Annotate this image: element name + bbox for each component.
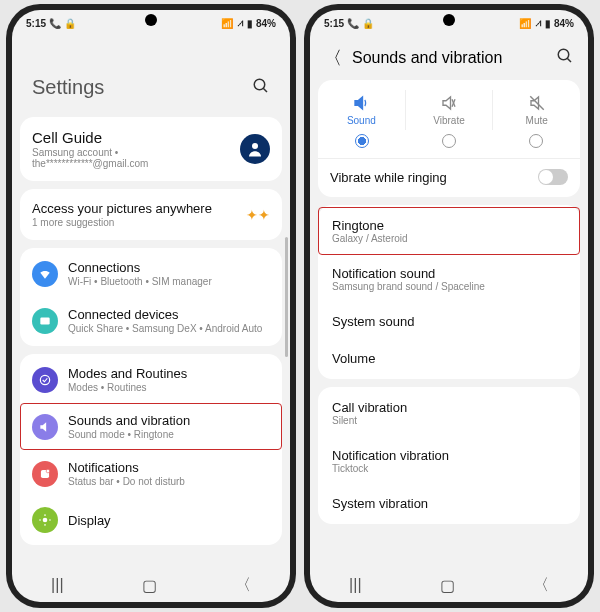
- header: 〈 Sounds and vibration: [310, 36, 588, 80]
- item-sub: Quick Share • Samsung DeX • Android Auto: [68, 323, 270, 334]
- sidebar-item-sounds[interactable]: Sounds and vibration Sound mode • Ringto…: [20, 403, 282, 450]
- sound-mode-radios: [318, 134, 580, 158]
- display-icon: [32, 507, 58, 533]
- search-icon[interactable]: [252, 77, 270, 99]
- svg-point-8: [558, 49, 569, 60]
- sound-icon: [32, 414, 58, 440]
- back-button[interactable]: 〈: [235, 575, 251, 596]
- item-title: Modes and Routines: [68, 366, 270, 381]
- item-sub: Status bar • Do not disturb: [68, 476, 270, 487]
- sidebar-item-connected-devices[interactable]: Connected devices Quick Share • Samsung …: [20, 297, 282, 344]
- vibrate-while-ringing-row[interactable]: Vibrate while ringing: [318, 159, 580, 195]
- scrollbar[interactable]: [285, 237, 288, 437]
- item-title: Display: [68, 513, 270, 528]
- battery-text: 84%: [256, 18, 276, 29]
- row-notification-sound[interactable]: Notification sound Samsung brand sound /…: [318, 255, 580, 303]
- promo-sub: 1 more suggestion: [32, 217, 236, 228]
- signal-icon: ▮: [545, 18, 551, 29]
- svg-line-1: [263, 88, 267, 92]
- tab-mute[interactable]: Mute: [493, 90, 580, 130]
- devices-icon: [32, 308, 58, 334]
- radio-sound[interactable]: [355, 134, 369, 148]
- row-sub: Silent: [332, 415, 566, 426]
- row-call-vibration[interactable]: Call vibration Silent: [318, 389, 580, 437]
- vibrate-icon: [440, 94, 458, 112]
- lock-icon: 🔒: [64, 18, 76, 29]
- back-icon[interactable]: 〈: [324, 46, 342, 70]
- row-title: Call vibration: [332, 400, 566, 415]
- sounds-content: Sound Vibrate Mute: [310, 80, 588, 568]
- svg-point-0: [254, 79, 265, 90]
- search-icon[interactable]: [556, 47, 574, 69]
- row-sub: Galaxy / Asteroid: [332, 233, 566, 244]
- account-sub: Samsung account • the************@gmail.…: [32, 147, 230, 169]
- item-sub: Sound mode • Ringtone: [68, 429, 270, 440]
- promo-title: Access your pictures anywhere: [32, 201, 236, 216]
- tab-vibrate[interactable]: Vibrate: [406, 90, 494, 130]
- item-title: Sounds and vibration: [68, 413, 270, 428]
- speaker-icon: [352, 94, 370, 112]
- recents-button[interactable]: |||: [349, 576, 361, 594]
- wifi-icon: 📶: [519, 18, 531, 29]
- tab-sound[interactable]: Sound: [318, 90, 406, 130]
- home-button[interactable]: ▢: [440, 576, 455, 595]
- row-system-vibration[interactable]: System vibration: [318, 485, 580, 522]
- phone-left: 5:15 📞 🔒 📶 ⩘ ▮ 84% Settings: [6, 4, 296, 608]
- toggle-vibrate-ringing[interactable]: [538, 169, 568, 185]
- svg-point-2: [252, 143, 258, 149]
- row-title: System vibration: [332, 496, 566, 511]
- volte-icon: ⩘: [534, 19, 542, 28]
- sidebar-item-notifications[interactable]: Notifications Status bar • Do not distur…: [20, 450, 282, 497]
- svg-line-9: [567, 58, 571, 62]
- row-volume[interactable]: Volume: [318, 340, 580, 377]
- volte-icon: ⩘: [236, 19, 244, 28]
- sidebar-item-display[interactable]: Display: [20, 497, 282, 543]
- back-button[interactable]: 〈: [533, 575, 549, 596]
- radio-vibrate[interactable]: [442, 134, 456, 148]
- svg-point-6: [46, 469, 50, 473]
- item-title: Connected devices: [68, 307, 270, 322]
- row-title: Vibrate while ringing: [330, 170, 528, 185]
- clock: 5:15: [324, 18, 344, 29]
- modes-icon: [32, 367, 58, 393]
- mute-icon: [528, 94, 546, 112]
- call-icon: 📞: [347, 18, 359, 29]
- row-system-sound[interactable]: System sound: [318, 303, 580, 340]
- call-icon: 📞: [49, 18, 61, 29]
- svg-point-7: [43, 518, 48, 523]
- recents-button[interactable]: |||: [51, 576, 63, 594]
- row-title: Notification sound: [332, 266, 566, 281]
- sidebar-item-connections[interactable]: Connections Wi-Fi • Bluetooth • SIM mana…: [20, 250, 282, 297]
- svg-point-4: [40, 375, 49, 384]
- row-notification-vibration[interactable]: Notification vibration Ticktock: [318, 437, 580, 485]
- row-ringtone[interactable]: Ringtone Galaxy / Asteroid: [318, 207, 580, 255]
- tab-label: Vibrate: [433, 115, 465, 126]
- settings-list: Cell Guide Samsung account • the********…: [12, 117, 290, 568]
- nav-bar: ||| ▢ 〈: [12, 568, 290, 602]
- radio-mute[interactable]: [529, 134, 543, 148]
- account-row[interactable]: Cell Guide Samsung account • the********…: [20, 119, 282, 179]
- camera-cutout: [443, 14, 455, 26]
- row-title: Notification vibration: [332, 448, 566, 463]
- sparkle-icon: ✦✦: [246, 207, 270, 223]
- lock-icon: 🔒: [362, 18, 374, 29]
- signal-icon: ▮: [247, 18, 253, 29]
- sidebar-item-modes[interactable]: Modes and Routines Modes • Routines: [20, 356, 282, 403]
- camera-cutout: [145, 14, 157, 26]
- tab-label: Mute: [526, 115, 548, 126]
- item-title: Notifications: [68, 460, 270, 475]
- item-sub: Modes • Routines: [68, 382, 270, 393]
- row-sub: Ticktock: [332, 463, 566, 474]
- account-name: Cell Guide: [32, 129, 230, 146]
- page-title: Settings: [32, 76, 104, 99]
- phone-right: 5:15 📞 🔒 📶 ⩘ ▮ 84% 〈 Sounds and vibratio…: [304, 4, 594, 608]
- avatar[interactable]: [240, 134, 270, 164]
- nav-bar: ||| ▢ 〈: [310, 568, 588, 602]
- home-button[interactable]: ▢: [142, 576, 157, 595]
- page-title: Sounds and vibration: [352, 49, 546, 67]
- item-title: Connections: [68, 260, 270, 275]
- svg-rect-3: [40, 317, 49, 324]
- promo-row[interactable]: Access your pictures anywhere 1 more sug…: [20, 191, 282, 238]
- battery-text: 84%: [554, 18, 574, 29]
- clock: 5:15: [26, 18, 46, 29]
